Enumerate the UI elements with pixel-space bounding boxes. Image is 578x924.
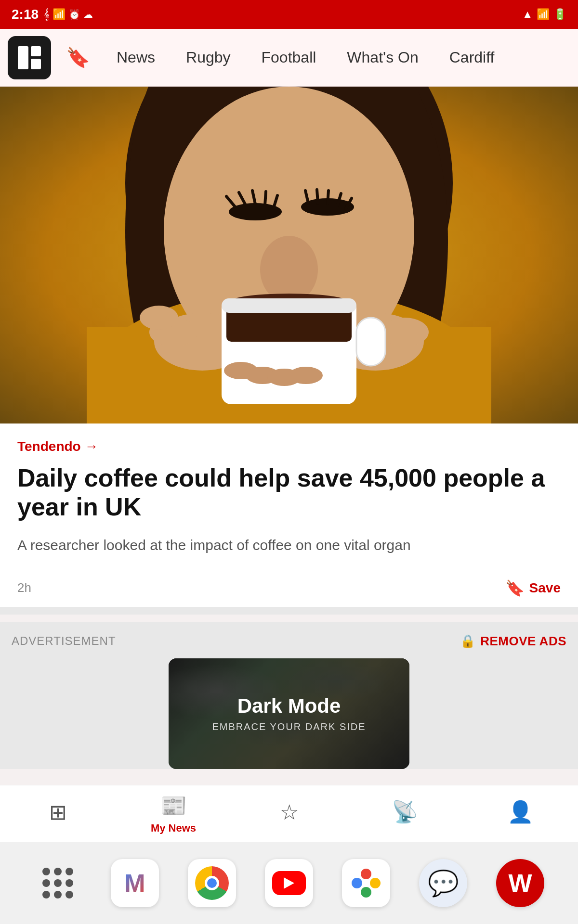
ad-content[interactable]: Dark Mode EMBRACE YOUR DARK SIDE [169,658,409,769]
bottom-nav-profile[interactable]: 👤 [491,799,549,828]
bars-icon: 𝄞 [43,8,50,21]
remove-ads-button[interactable]: 🔒 REMOVE ADS [460,634,566,649]
petal-red [361,869,371,879]
logo-cell-2 [31,46,41,57]
svg-point-25 [381,318,429,346]
bottom-nav-news-feed[interactable]: ⊞ [29,800,87,828]
svg-point-34 [289,367,323,384]
photos-icon [352,869,381,898]
article-title[interactable]: Daily coffee could help save 45,000 peop… [17,464,561,522]
youtube-app[interactable] [265,859,313,907]
petal-yellow [370,878,381,888]
my-news-label: My News [151,822,196,834]
svg-point-8 [260,236,318,303]
word-app[interactable]: W [496,859,544,907]
svg-line-14 [265,192,266,205]
dot-8 [54,891,62,898]
petal-green [361,887,371,898]
petal-blue [352,878,362,888]
status-bar: 2:18 𝄞 📶 ⏰ ☁ ▲ 📶 🔋 [0,0,578,29]
remove-ads-label: REMOVE ADS [480,634,566,649]
tab-news[interactable]: News [105,42,167,73]
nav-bar: 🔖 News Rugby Football What's On Cardiff [0,29,578,87]
tab-whats-on[interactable]: What's On [335,42,430,73]
section-divider [0,607,578,615]
ad-title: Dark Mode [237,694,341,718]
status-time: 2:18 [12,7,39,22]
svg-line-17 [317,190,318,203]
all-apps-button[interactable] [34,859,82,907]
hero-svg [0,87,578,424]
logo-cell-1 [18,46,28,69]
trending-text: Tendendo [17,439,81,454]
svg-point-23 [140,306,178,330]
dot-9 [66,891,73,898]
dot-3 [66,868,73,875]
podcast-icon: 📡 [392,799,418,824]
dot-2 [54,868,62,875]
status-icons-left: 𝄞 📶 ⏰ ☁ [43,8,93,21]
ad-label: ADVERTISEMENT [12,634,116,648]
sim-icon: 📶 [53,8,66,21]
chrome-icon [195,866,229,900]
bottom-nav-podcast[interactable]: 📡 [376,799,434,828]
gmail-icon: M [124,869,145,898]
youtube-play-icon [284,877,294,889]
chrome-app[interactable] [188,859,236,907]
advertisement-section: ADVERTISEMENT 🔒 REMOVE ADS Dark Mode EMB… [0,622,578,769]
signal-icon: 📶 [537,8,550,21]
logo-cell-3 [31,59,41,69]
word-icon: W [508,869,532,898]
wifi-icon: ▲ [522,8,533,21]
all-apps-grid [37,862,79,904]
cloud-icon: ☁ [83,9,93,20]
bottom-nav-my-news[interactable]: 📰 My News [144,793,202,834]
dot-6 [66,879,73,887]
news-feed-icon: ⊞ [49,800,67,824]
app-logo[interactable] [8,36,51,79]
bottom-nav-bookmarks[interactable]: ☆ [260,800,318,828]
profile-icon: 👤 [507,799,534,824]
lock-icon: 🔒 [460,634,476,649]
article-summary: A researcher looked at the impact of cof… [17,535,561,555]
save-label: Save [529,580,561,596]
ad-subtitle: EMBRACE YOUR DARK SIDE [212,721,366,732]
messages-icon: 💬 [428,869,459,898]
article-time: 2h [17,580,31,595]
android-taskbar: M 💬 W [0,842,578,924]
svg-line-18 [328,191,328,204]
save-icon: 🔖 [505,579,525,597]
status-bar-right: ▲ 📶 🔋 [522,8,566,21]
bookmark-button[interactable]: 🔖 [59,38,97,77]
battery-icon: 🔋 [553,8,566,21]
bookmarks-icon: ☆ [280,800,299,824]
alarm-icon: ⏰ [68,9,80,20]
chrome-inner-circle [205,876,219,890]
dot-5 [54,879,62,887]
svg-rect-27 [356,318,385,366]
youtube-icon [272,871,306,895]
hero-content: Tendendo → Daily coffee could help save … [0,424,578,607]
gmail-app[interactable]: M [111,859,159,907]
dot-4 [42,879,50,887]
status-bar-left: 2:18 𝄞 📶 ⏰ ☁ [12,7,93,22]
dot-1 [42,868,50,875]
article-footer: 2h 🔖 Save [17,571,561,597]
messages-app[interactable]: 💬 [419,859,467,907]
save-button[interactable]: 🔖 Save [505,579,561,597]
bookmark-icon: 🔖 [66,46,90,69]
dot-7 [42,891,50,898]
svg-rect-30 [222,298,356,313]
tab-football[interactable]: Football [250,42,328,73]
photos-app[interactable] [342,859,390,907]
trending-arrow: → [85,439,98,454]
trending-label[interactable]: Tendendo → [17,439,561,454]
ad-header: ADVERTISEMENT 🔒 REMOVE ADS [12,634,566,649]
my-news-icon: 📰 [160,793,187,818]
logo-grid [18,46,41,69]
tab-rugby[interactable]: Rugby [174,42,242,73]
hero-article[interactable]: Tendendo → Daily coffee could help save … [0,87,578,607]
bottom-nav: ⊞ 📰 My News ☆ 📡 👤 [0,785,578,842]
hero-image [0,87,578,424]
tab-cardiff[interactable]: Cardiff [438,42,506,73]
